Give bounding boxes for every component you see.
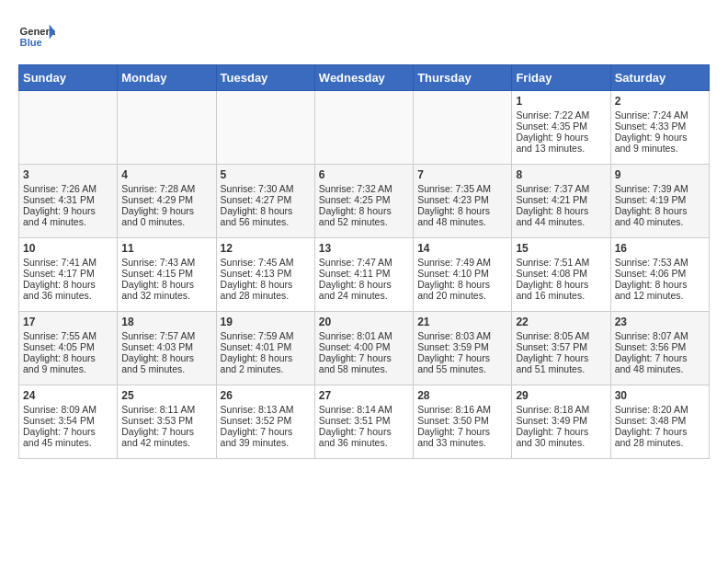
day-info: Sunrise: 7:32 AM [319,183,409,194]
day-number: 24 [23,389,113,402]
day-info: Sunrise: 7:39 AM [615,183,705,194]
calendar-week-row: 17Sunrise: 7:55 AMSunset: 4:05 PMDayligh… [19,312,710,385]
day-info: Daylight: 7 hours and 51 minutes. [516,352,606,374]
day-number: 9 [615,168,705,181]
day-number: 3 [23,168,113,181]
day-number: 19 [221,316,311,328]
calendar-day: 14Sunrise: 7:49 AMSunset: 4:10 PMDayligh… [414,238,512,312]
day-info: Daylight: 8 hours and 2 minutes. [221,352,311,374]
day-number: 27 [319,389,409,402]
day-info: Daylight: 8 hours and 32 minutes. [121,279,211,301]
calendar-day: 30Sunrise: 8:20 AMSunset: 3:48 PMDayligh… [610,385,709,459]
calendar-day [118,91,216,165]
day-info: Daylight: 7 hours and 33 minutes. [417,426,507,448]
calendar-day: 19Sunrise: 7:59 AMSunset: 4:01 PMDayligh… [216,312,314,385]
day-info: Sunrise: 7:43 AM [121,257,211,268]
day-info: Daylight: 9 hours and 13 minutes. [516,132,606,154]
day-info: Sunset: 3:54 PM [23,415,113,426]
calendar-day: 21Sunrise: 8:03 AMSunset: 3:59 PMDayligh… [414,312,512,385]
day-header-thursday: Thursday [414,65,512,91]
day-number: 15 [516,242,606,255]
day-info: Sunset: 4:06 PM [615,268,705,279]
day-info: Sunrise: 7:59 AM [221,330,311,341]
day-info: Sunset: 4:29 PM [121,194,211,205]
day-info: Sunrise: 7:28 AM [121,183,211,194]
calendar-header-row: SundayMondayTuesdayWednesdayThursdayFrid… [19,65,710,91]
day-info: Sunset: 3:48 PM [615,415,705,426]
day-info: Sunrise: 7:24 AM [615,109,705,121]
day-info: Sunrise: 7:47 AM [319,257,409,268]
day-number: 8 [516,168,606,181]
day-info: Sunset: 4:11 PM [319,268,409,279]
day-number: 1 [516,95,606,108]
day-header-wednesday: Wednesday [314,65,413,91]
day-number: 28 [417,389,507,402]
calendar-day: 7Sunrise: 7:35 AMSunset: 4:23 PMDaylight… [414,165,512,238]
calendar-day: 4Sunrise: 7:28 AMSunset: 4:29 PMDaylight… [118,165,216,238]
day-info: Sunset: 3:53 PM [121,415,211,426]
day-info: Sunset: 3:51 PM [319,415,409,426]
calendar-day: 29Sunrise: 8:18 AMSunset: 3:49 PMDayligh… [512,385,610,459]
day-number: 10 [23,242,113,255]
day-number: 2 [615,95,705,108]
day-info: Daylight: 7 hours and 45 minutes. [23,426,113,448]
day-info: Sunset: 4:05 PM [23,341,113,352]
day-info: Sunset: 4:15 PM [121,268,211,279]
day-info: Sunrise: 8:18 AM [516,404,606,415]
day-info: Daylight: 8 hours and 5 minutes. [121,352,211,374]
calendar-day: 5Sunrise: 7:30 AMSunset: 4:27 PMDaylight… [216,165,314,238]
calendar-day: 8Sunrise: 7:37 AMSunset: 4:21 PMDaylight… [512,165,610,238]
day-number: 22 [516,316,606,328]
calendar-week-row: 24Sunrise: 8:09 AMSunset: 3:54 PMDayligh… [19,385,710,459]
day-info: Daylight: 8 hours and 16 minutes. [516,279,606,301]
calendar-day: 20Sunrise: 8:01 AMSunset: 4:00 PMDayligh… [314,312,413,385]
day-info: Daylight: 8 hours and 44 minutes. [516,205,606,227]
calendar-day: 15Sunrise: 7:51 AMSunset: 4:08 PMDayligh… [512,238,610,312]
day-info: Daylight: 8 hours and 48 minutes. [417,205,507,227]
day-info: Sunrise: 8:11 AM [121,404,211,415]
day-info: Sunrise: 7:53 AM [615,257,705,268]
calendar-day [216,91,314,165]
day-info: Sunset: 4:00 PM [319,341,409,352]
calendar-day: 26Sunrise: 8:13 AMSunset: 3:52 PMDayligh… [216,385,314,459]
day-number: 16 [615,242,705,255]
day-info: Sunrise: 7:45 AM [221,257,311,268]
day-number: 23 [615,316,705,328]
day-info: Sunset: 3:50 PM [417,415,507,426]
day-info: Sunset: 3:59 PM [417,341,507,352]
day-number: 12 [221,242,311,255]
calendar-day: 1Sunrise: 7:22 AMSunset: 4:35 PMDaylight… [512,91,610,165]
day-number: 21 [417,316,507,328]
day-info: Sunrise: 8:09 AM [23,404,113,415]
day-number: 5 [221,168,311,181]
calendar-day: 23Sunrise: 8:07 AMSunset: 3:56 PMDayligh… [610,312,709,385]
calendar-day: 22Sunrise: 8:05 AMSunset: 3:57 PMDayligh… [512,312,610,385]
day-info: Sunrise: 7:55 AM [23,330,113,341]
calendar-day: 3Sunrise: 7:26 AMSunset: 4:31 PMDaylight… [19,165,118,238]
calendar-day: 11Sunrise: 7:43 AMSunset: 4:15 PMDayligh… [118,238,216,312]
day-info: Sunrise: 7:26 AM [23,183,113,194]
calendar-day [19,91,118,165]
day-info: Sunrise: 8:05 AM [516,330,606,341]
day-info: Daylight: 7 hours and 28 minutes. [615,426,705,448]
day-info: Daylight: 8 hours and 56 minutes. [221,205,311,227]
day-info: Sunset: 3:49 PM [516,415,606,426]
day-number: 18 [121,316,211,328]
svg-text:Blue: Blue [20,37,42,48]
day-header-friday: Friday [512,65,610,91]
day-info: Sunset: 4:13 PM [221,268,311,279]
day-info: Sunset: 4:27 PM [221,194,311,205]
day-info: Sunrise: 7:22 AM [516,109,606,121]
day-info: Sunset: 4:35 PM [516,121,606,132]
day-info: Daylight: 7 hours and 39 minutes. [221,426,311,448]
day-info: Daylight: 8 hours and 28 minutes. [221,279,311,301]
day-number: 14 [417,242,507,255]
day-info: Daylight: 8 hours and 24 minutes. [319,279,409,301]
page-header: GeneralBlue [18,18,710,55]
day-info: Sunrise: 8:16 AM [417,404,507,415]
day-info: Sunrise: 7:37 AM [516,183,606,194]
day-number: 26 [221,389,311,402]
day-info: Sunrise: 7:35 AM [417,183,507,194]
day-info: Sunset: 4:33 PM [615,121,705,132]
day-info: Sunrise: 7:51 AM [516,257,606,268]
